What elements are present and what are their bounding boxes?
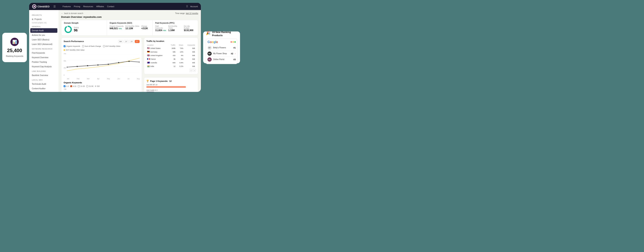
- legend-rank-checkbox[interactable]: [82, 45, 84, 47]
- legend-clicks-checkbox[interactable]: [103, 45, 105, 47]
- rank-3-name: Online Florist: [213, 58, 232, 61]
- paid-clicks: Est Monthly Clicks 1.18M: [168, 25, 182, 32]
- hamburger-icon[interactable]: ☰: [54, 5, 56, 8]
- ranking-keywords-label: Ranking Keywords: [6, 55, 23, 57]
- sidebar-item-position-tracking[interactable]: Position Tracking: [29, 60, 58, 64]
- rank-1-number: #1: [234, 47, 236, 49]
- chart-btn-1y[interactable]: 1Y: [124, 40, 128, 43]
- svg-point-12: [128, 61, 130, 62]
- right-panel: 🎉 19 New Ranking Products Google BF Bett…: [203, 32, 240, 63]
- google-results-mock: Google BF Betty's Flowers #1 MF My Flowe…: [206, 39, 238, 64]
- nav-affiliates[interactable]: Affiliates: [96, 5, 104, 8]
- logo: 🏔 ClimbSEO: [32, 4, 50, 9]
- logo-text: ClimbSEO: [38, 5, 50, 8]
- logo-icon-inner: 🏔: [33, 5, 36, 8]
- svg-point-10: [108, 64, 109, 65]
- svg-point-6: [67, 67, 68, 68]
- organic-21-50-checkbox[interactable]: [86, 85, 88, 87]
- logo-icon: 🏔: [32, 4, 36, 9]
- traffic-prev-btn[interactable]: ‹: [190, 69, 192, 72]
- metrics-row: Domain Stength Rating 96: [61, 20, 198, 36]
- sidebar-item-learn-advanced[interactable]: Learn SEO (Advanced): [29, 42, 58, 47]
- chart-x-labels: Jan Feb Mar Apr May Jun Jul Aug: [67, 78, 140, 80]
- legend-organic-checkbox[interactable]: [64, 45, 66, 47]
- rank-3-number: #3: [234, 58, 236, 61]
- organic-keywords-section: Organic Keywords 1-3 4-10: [64, 82, 140, 90]
- organic-4-10-checkbox[interactable]: [70, 85, 72, 87]
- bottom-grid: Search Performance 6M 1Y 2Y 5Y Organic K…: [61, 38, 198, 92]
- ranking-title: 19 New Ranking Products: [212, 31, 238, 37]
- rank-2-name: My Flower Shop: [213, 53, 230, 55]
- rank-1-avatar: BF: [208, 46, 212, 50]
- monthly-clicks: Est Monthly Clicks 12.12M: [126, 25, 140, 30]
- made-it-bar: [146, 92, 154, 92]
- sidebar-item-keyword-overview[interactable]: Keyword Overview: [29, 55, 58, 60]
- nav-resources[interactable]: Resources: [83, 5, 93, 8]
- stats-icon: 📊: [10, 38, 19, 46]
- chart-legend: Organic Keywords Sum of Rank Change EST …: [64, 45, 140, 51]
- organic-change: Change +212K: [141, 25, 148, 30]
- domain-name: mywebsite.com: [83, 16, 102, 18]
- nav-links: Features Pricing Resources Affiliates Co…: [63, 5, 114, 8]
- sidebar: PROJECTS ⊞ Projects Current project: n/a…: [29, 10, 58, 92]
- sidebar-local-label: LOCAL SEO: [29, 78, 58, 82]
- sidebar-keyword-label: KEYWORD RESEARCH: [29, 47, 58, 51]
- metric-domain-strength: Domain Stength Rating 96: [61, 20, 107, 36]
- traffic-table: Location Traffic Share Keywords 🇺🇸United…: [146, 44, 196, 68]
- organic-11-20-checkbox[interactable]: [78, 85, 80, 87]
- left-stats-card: 📊 25,400 Ranking Keywords: [2, 33, 27, 62]
- sidebar-item-domain-audit[interactable]: Domain Audit: [30, 28, 57, 33]
- sidebar-item-keyword-gap[interactable]: Keyword Gap Analysis: [29, 64, 58, 69]
- page1-keywords-panel: 🏆 Page 1 Keywords: 12 Just fell off: 10 …: [144, 77, 198, 92]
- sidebar-link-label: LINK BUILDING: [29, 69, 58, 73]
- kw-fell-off: Just fell off: 10: [146, 84, 196, 88]
- table-row: 🇮🇳India 12 0.2% 94k: [146, 64, 196, 68]
- nav-pricing[interactable]: Pricing: [74, 5, 80, 8]
- nav-right: ⠿ Account: [186, 5, 198, 8]
- traffic-pagination: ‹ ›: [146, 69, 196, 72]
- organic-50plus-dot: [95, 85, 96, 87]
- sidebar-item-backlink[interactable]: Backlink Overview: [29, 73, 58, 78]
- nav-contact[interactable]: Contact: [107, 5, 114, 8]
- legend-rank-change: Sum of Rank Change: [82, 45, 101, 47]
- sidebar-item-projects[interactable]: ⊞ Projects: [29, 17, 58, 22]
- sidebar-current-project: Current project: n/a: [29, 22, 58, 24]
- sidebar-item-find-keywords[interactable]: Find Keywords: [29, 51, 58, 55]
- time-range-link[interactable]: last 12 months: [186, 12, 198, 15]
- page1-keywords-title: 🏆 Page 1 Keywords: 12: [146, 80, 196, 82]
- google-logo: Google: [208, 40, 218, 44]
- main-content: ← back to domain search Domain Overview:…: [58, 10, 201, 92]
- rank-item-2: MF My Flower Shop #2 ↑: [208, 51, 236, 57]
- trophy-icon: 🏆: [146, 80, 149, 82]
- table-row: 🇦🇺Australia 840 0.8% 94k: [146, 61, 196, 64]
- party-icon: 🎉: [206, 31, 210, 35]
- legend-value-dot: [64, 49, 65, 51]
- ads-budget: Est Ads Budget $132,900: [184, 25, 195, 32]
- organic-legend: 1-3 4-10 11-20: [64, 85, 140, 87]
- sidebar-item-technicals[interactable]: Technicals Audit: [29, 82, 58, 86]
- breadcrumb-text[interactable]: back to domain search: [64, 12, 83, 15]
- nav-features[interactable]: Features: [63, 5, 71, 8]
- ranking-keywords-number: 25,400: [7, 48, 22, 54]
- svg-point-7: [77, 66, 78, 67]
- organic-1-3-checkbox[interactable]: [64, 85, 66, 87]
- browser-navbar: 🏔 ClimbSEO ☰ Features Pricing Resources …: [29, 3, 201, 10]
- rank-item-1: BF Betty's Flowers #1: [208, 45, 236, 51]
- browser-window: 🏔 ClimbSEO ☰ Features Pricing Resources …: [29, 3, 201, 92]
- traffic-next-btn[interactable]: ›: [193, 69, 196, 72]
- grid-icon[interactable]: ⠿: [186, 5, 188, 8]
- sidebar-item-content-auditor[interactable]: Content Auditor: [29, 86, 58, 91]
- breadcrumb-arrow-icon: ←: [61, 12, 63, 15]
- kw-made-it: Just made it: 2: [146, 89, 196, 92]
- sidebar-item-actions[interactable]: Actions for you: [29, 33, 58, 37]
- chart-btn-6m[interactable]: 6M: [118, 40, 123, 43]
- account-label[interactable]: Account: [190, 5, 198, 8]
- projects-icon: ⊞: [32, 18, 33, 20]
- traffic-panel: Traffic by location Location Traffic Sha…: [144, 38, 198, 74]
- ranking-products-card: 🎉 19 New Ranking Products Google BF Bett…: [203, 32, 240, 63]
- chart-svg: [67, 52, 140, 77]
- search-performance-panel: Search Performance 6M 1Y 2Y 5Y Organic K…: [61, 38, 142, 92]
- chart-btn-2y[interactable]: 2Y: [129, 40, 134, 43]
- chart-btn-5y[interactable]: 5Y: [135, 40, 140, 43]
- sidebar-item-learn-basics[interactable]: Learn SEO (Basics): [29, 37, 58, 42]
